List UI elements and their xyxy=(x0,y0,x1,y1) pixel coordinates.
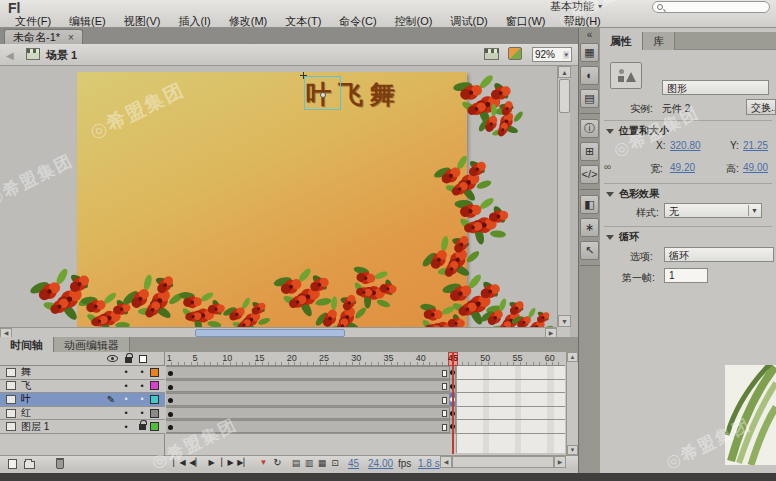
timeline-tab[interactable]: 时间轴 xyxy=(0,337,54,352)
onion-skin-outlines-icon[interactable]: ▥ xyxy=(303,458,315,469)
horizontal-scroll-track[interactable] xyxy=(452,456,554,468)
layer-row[interactable]: 叶 ✎ • • xyxy=(0,393,165,407)
keyframe-dot[interactable] xyxy=(168,385,173,390)
new-layer-button[interactable] xyxy=(8,459,17,469)
elapsed-time-indicator[interactable]: 1.8 s xyxy=(418,458,440,469)
layer-row[interactable]: 飞 ✎ • • xyxy=(0,380,165,394)
frame-row[interactable] xyxy=(166,420,565,434)
lock-layers-icon[interactable] xyxy=(125,357,132,363)
swap-symbol-button[interactable]: 交换... xyxy=(746,99,776,115)
section-color-effect[interactable]: 色彩效果 xyxy=(606,187,659,201)
timeline-ruler[interactable]: 151015202530354045505560 xyxy=(166,352,565,366)
horizontal-scroll-thumb[interactable] xyxy=(195,329,345,337)
frame-span[interactable] xyxy=(166,366,450,379)
stage-vertical-scrollbar[interactable]: ▲ ▼ xyxy=(557,66,570,327)
timeline-horizontal-scrollbar[interactable]: ◀ ▶ xyxy=(440,456,566,469)
layer-visibility-dot[interactable]: • xyxy=(118,381,134,391)
edit-symbols-icon[interactable] xyxy=(508,47,522,60)
vertical-scroll-thumb[interactable] xyxy=(559,79,570,113)
close-icon[interactable]: × xyxy=(68,32,74,43)
menu-item[interactable]: 控制(O) xyxy=(386,13,442,30)
layer-row[interactable]: 舞 ✎ • • xyxy=(0,366,165,380)
layer-lock-dot[interactable]: • xyxy=(134,394,150,404)
scroll-up-arrow[interactable]: ▲ xyxy=(558,66,571,78)
go-to-last-frame-button[interactable]: ▶▏ xyxy=(236,457,251,469)
timeline-vertical-scrollbar[interactable]: ▲ ▼ xyxy=(566,352,578,455)
layer-row[interactable]: 红 ✎ • • xyxy=(0,407,165,421)
frame-span[interactable] xyxy=(166,393,450,406)
loop-playback-icon[interactable]: ↻ xyxy=(270,457,285,469)
layer-color-swatch[interactable] xyxy=(150,395,159,404)
code-snippets-panel-icon[interactable]: </> xyxy=(580,165,599,184)
new-folder-button[interactable] xyxy=(24,461,35,469)
transform-point-icon[interactable] xyxy=(320,92,326,98)
menu-item[interactable]: 插入(I) xyxy=(169,13,219,30)
scroll-right-arrow[interactable]: ▶ xyxy=(554,456,566,468)
layer-color-swatch[interactable] xyxy=(150,368,159,377)
layer-color-swatch[interactable] xyxy=(150,409,159,418)
show-hide-layers-icon[interactable] xyxy=(107,355,118,362)
loop-option-dropdown[interactable]: 循环 xyxy=(664,247,774,262)
layer-visibility-dot[interactable]: • xyxy=(118,394,134,404)
layer-lock-dot[interactable]: • xyxy=(134,408,150,418)
frame-span[interactable] xyxy=(166,420,450,433)
menu-item[interactable]: 调试(D) xyxy=(442,13,497,30)
scroll-down-arrow[interactable]: ▼ xyxy=(558,315,571,327)
collapse-dock-icon[interactable]: « xyxy=(587,29,593,41)
center-frame-marker-icon[interactable]: ▼ xyxy=(256,457,271,469)
frames-area[interactable]: 151015202530354045505560 xyxy=(166,352,565,455)
keyframe-dot[interactable] xyxy=(168,398,173,403)
height-value[interactable]: 49.00 xyxy=(743,162,768,173)
zoom-level-select[interactable]: 92% ▾ xyxy=(532,47,572,62)
modify-onion-markers-icon[interactable]: ⊡ xyxy=(329,458,341,469)
delete-layer-button[interactable] xyxy=(56,459,64,469)
transform-panel-icon[interactable]: ⊞ xyxy=(580,142,599,161)
stage-horizontal-scrollbar[interactable]: ◀ ▶ xyxy=(0,327,557,337)
frame-row[interactable] xyxy=(166,380,565,394)
menu-item[interactable]: 帮助(H) xyxy=(555,13,610,30)
scene-name[interactable]: 场景 1 xyxy=(46,48,77,63)
playhead-line[interactable] xyxy=(452,353,454,454)
play-button[interactable]: ▶ xyxy=(204,457,219,469)
layer-color-swatch[interactable] xyxy=(150,422,159,431)
workspace-switcher[interactable]: 基本功能 ▾ xyxy=(546,0,606,13)
scroll-up-arrow[interactable]: ▲ xyxy=(567,352,578,362)
swatches-panel-icon[interactable]: ▤ xyxy=(580,89,599,108)
step-forward-button[interactable]: ▏▶ xyxy=(220,457,235,469)
scroll-left-arrow[interactable]: ◀ xyxy=(440,456,452,468)
width-value[interactable]: 49.20 xyxy=(670,162,695,173)
outline-layers-icon[interactable] xyxy=(139,355,147,363)
lock-aspect-ratio-icon[interactable]: ∞ xyxy=(604,161,611,172)
layer-lock-dot[interactable]: • xyxy=(134,367,150,377)
onion-skin-icon[interactable]: ▤ xyxy=(290,458,302,469)
menu-item[interactable]: 文本(T) xyxy=(276,13,330,30)
keyframe-dot[interactable] xyxy=(168,425,173,430)
components-panel-icon[interactable]: ◧ xyxy=(580,195,599,214)
layer-visibility-dot[interactable]: • xyxy=(118,408,134,418)
tools-panel-icon[interactable]: ↖ xyxy=(580,241,599,260)
timeline-tab[interactable]: 动画编辑器 xyxy=(54,337,130,352)
menu-item[interactable]: 视图(V) xyxy=(115,13,170,30)
menu-item[interactable]: 编辑(E) xyxy=(60,13,115,30)
panel-tab[interactable]: 属性 xyxy=(600,32,643,50)
panel-tab[interactable]: 库 xyxy=(643,32,675,50)
layer-row[interactable]: 图层 1 ✎ • • xyxy=(0,420,165,434)
current-frame-indicator[interactable]: 45 xyxy=(348,458,359,469)
go-to-first-frame-button[interactable]: ▏◀ xyxy=(172,457,187,469)
step-back-button[interactable]: ◀▏ xyxy=(188,457,203,469)
style-dropdown[interactable]: 无 ▼ xyxy=(664,203,762,218)
frame-row[interactable] xyxy=(166,366,565,380)
layer-lock-dot[interactable]: • xyxy=(134,381,150,391)
stage-canvas[interactable] xyxy=(77,72,467,327)
layer-visibility-dot[interactable]: • xyxy=(118,367,134,377)
x-value[interactable]: 320.80 xyxy=(670,140,701,151)
frame-row[interactable] xyxy=(166,393,565,407)
menu-item[interactable]: 文件(F) xyxy=(6,13,60,30)
section-position-size[interactable]: 位置和大小 xyxy=(606,124,669,138)
edit-scene-icon[interactable] xyxy=(484,48,499,60)
edit-multiple-frames-icon[interactable]: ▦ xyxy=(316,458,328,469)
document-tab[interactable]: 未命名-1* × xyxy=(4,29,83,44)
keyframe-dot[interactable] xyxy=(168,412,173,417)
stage-viewport[interactable]: 叶飞舞 xyxy=(0,66,557,327)
section-loop[interactable]: 循环 xyxy=(606,230,639,244)
